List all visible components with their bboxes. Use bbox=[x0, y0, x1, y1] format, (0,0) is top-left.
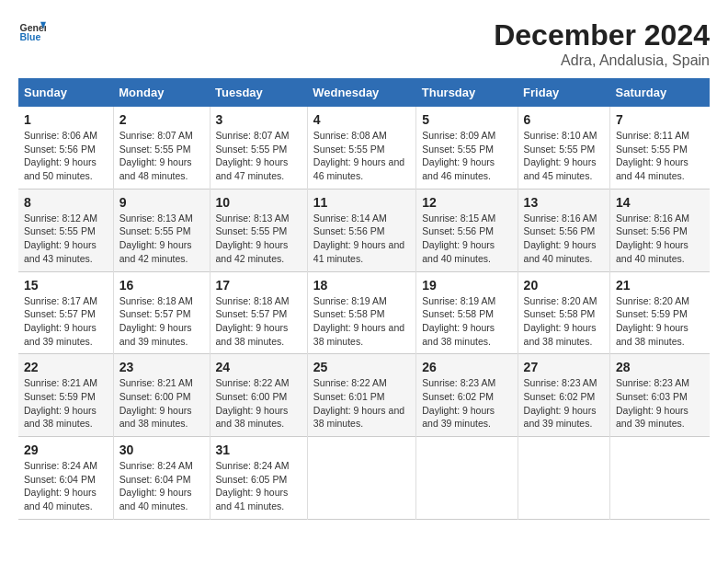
day-info: Sunrise: 8:18 AMSunset: 5:57 PMDaylight:… bbox=[216, 294, 301, 349]
day-info: Sunrise: 8:20 AMSunset: 5:59 PMDaylight:… bbox=[616, 294, 704, 349]
day-number: 15 bbox=[24, 278, 108, 293]
day-number: 5 bbox=[422, 112, 511, 127]
svg-text:Blue: Blue bbox=[20, 31, 41, 42]
header-monday: Monday bbox=[113, 78, 210, 107]
day-cell: 5Sunrise: 8:09 AMSunset: 5:55 PMDaylight… bbox=[416, 107, 518, 189]
day-cell: 3Sunrise: 8:07 AMSunset: 5:55 PMDaylight… bbox=[210, 107, 307, 189]
logo: General Blue bbox=[18, 18, 48, 46]
week-row-1: 1Sunrise: 8:06 AMSunset: 5:56 PMDaylight… bbox=[18, 107, 710, 189]
day-cell: 6Sunrise: 8:10 AMSunset: 5:55 PMDaylight… bbox=[518, 107, 609, 189]
day-info: Sunrise: 8:17 AMSunset: 5:57 PMDaylight:… bbox=[24, 294, 108, 349]
day-cell: 12Sunrise: 8:15 AMSunset: 5:56 PMDayligh… bbox=[416, 189, 518, 271]
day-cell: 9Sunrise: 8:13 AMSunset: 5:55 PMDaylight… bbox=[113, 189, 210, 271]
day-number: 30 bbox=[119, 442, 204, 457]
day-number: 6 bbox=[524, 112, 604, 127]
day-cell: 21Sunrise: 8:20 AMSunset: 5:59 PMDayligh… bbox=[610, 271, 710, 354]
day-cell: 30Sunrise: 8:24 AMSunset: 6:04 PMDayligh… bbox=[113, 437, 210, 520]
day-number: 4 bbox=[313, 112, 410, 127]
day-number: 1 bbox=[24, 112, 108, 127]
day-info: Sunrise: 8:10 AMSunset: 5:55 PMDaylight:… bbox=[524, 129, 604, 183]
day-info: Sunrise: 8:11 AMSunset: 5:55 PMDaylight:… bbox=[616, 129, 704, 183]
logo-icon: General Blue bbox=[18, 18, 46, 46]
day-info: Sunrise: 8:22 AMSunset: 6:00 PMDaylight:… bbox=[216, 376, 301, 431]
week-row-2: 8Sunrise: 8:12 AMSunset: 5:55 PMDaylight… bbox=[18, 189, 710, 271]
day-number: 24 bbox=[216, 360, 301, 374]
day-cell: 1Sunrise: 8:06 AMSunset: 5:56 PMDaylight… bbox=[18, 107, 113, 189]
day-cell: 10Sunrise: 8:13 AMSunset: 5:55 PMDayligh… bbox=[210, 189, 307, 271]
header-sunday: Sunday bbox=[18, 78, 113, 107]
day-info: Sunrise: 8:15 AMSunset: 5:56 PMDaylight:… bbox=[422, 212, 511, 266]
day-number: 7 bbox=[616, 112, 704, 127]
day-number: 25 bbox=[313, 360, 410, 374]
week-row-3: 15Sunrise: 8:17 AMSunset: 5:57 PMDayligh… bbox=[18, 271, 710, 354]
day-number: 8 bbox=[24, 195, 108, 210]
day-info: Sunrise: 8:12 AMSunset: 5:55 PMDaylight:… bbox=[24, 212, 108, 266]
day-cell: 20Sunrise: 8:20 AMSunset: 5:58 PMDayligh… bbox=[518, 271, 609, 354]
day-number: 16 bbox=[119, 278, 204, 293]
day-info: Sunrise: 8:21 AMSunset: 6:00 PMDaylight:… bbox=[119, 376, 204, 431]
day-info: Sunrise: 8:21 AMSunset: 5:59 PMDaylight:… bbox=[24, 376, 108, 431]
day-cell: 28Sunrise: 8:23 AMSunset: 6:03 PMDayligh… bbox=[610, 354, 710, 437]
day-cell: 31Sunrise: 8:24 AMSunset: 6:05 PMDayligh… bbox=[210, 437, 307, 520]
day-cell: 16Sunrise: 8:18 AMSunset: 5:57 PMDayligh… bbox=[113, 271, 210, 354]
day-cell: 26Sunrise: 8:23 AMSunset: 6:02 PMDayligh… bbox=[416, 354, 518, 437]
calendar-table: Sunday Monday Tuesday Wednesday Thursday… bbox=[18, 78, 710, 520]
day-number: 13 bbox=[524, 195, 604, 210]
header-tuesday: Tuesday bbox=[210, 78, 307, 107]
day-number: 20 bbox=[524, 278, 604, 293]
day-number: 26 bbox=[422, 360, 511, 374]
day-number: 18 bbox=[313, 278, 410, 293]
day-cell: 13Sunrise: 8:16 AMSunset: 5:56 PMDayligh… bbox=[518, 189, 609, 271]
day-number: 9 bbox=[119, 195, 204, 210]
day-info: Sunrise: 8:20 AMSunset: 5:58 PMDaylight:… bbox=[524, 294, 604, 349]
header-row: Sunday Monday Tuesday Wednesday Thursday… bbox=[18, 78, 710, 107]
day-info: Sunrise: 8:24 AMSunset: 6:05 PMDaylight:… bbox=[216, 459, 301, 513]
day-cell: 11Sunrise: 8:14 AMSunset: 5:56 PMDayligh… bbox=[307, 189, 415, 271]
day-cell: 17Sunrise: 8:18 AMSunset: 5:57 PMDayligh… bbox=[210, 271, 307, 354]
day-info: Sunrise: 8:16 AMSunset: 5:56 PMDaylight:… bbox=[616, 212, 704, 266]
day-info: Sunrise: 8:07 AMSunset: 5:55 PMDaylight:… bbox=[216, 129, 301, 183]
day-cell bbox=[416, 437, 518, 520]
day-cell: 24Sunrise: 8:22 AMSunset: 6:00 PMDayligh… bbox=[210, 354, 307, 437]
calendar-body: 1Sunrise: 8:06 AMSunset: 5:56 PMDaylight… bbox=[18, 107, 710, 519]
day-info: Sunrise: 8:24 AMSunset: 6:04 PMDaylight:… bbox=[24, 459, 108, 513]
day-cell: 23Sunrise: 8:21 AMSunset: 6:00 PMDayligh… bbox=[113, 354, 210, 437]
day-cell: 14Sunrise: 8:16 AMSunset: 5:56 PMDayligh… bbox=[610, 189, 710, 271]
day-info: Sunrise: 8:06 AMSunset: 5:56 PMDaylight:… bbox=[24, 129, 108, 183]
day-info: Sunrise: 8:08 AMSunset: 5:55 PMDaylight:… bbox=[313, 129, 410, 183]
day-info: Sunrise: 8:23 AMSunset: 6:02 PMDaylight:… bbox=[422, 376, 511, 431]
day-cell bbox=[307, 437, 415, 520]
day-number: 12 bbox=[422, 195, 511, 210]
day-info: Sunrise: 8:23 AMSunset: 6:02 PMDaylight:… bbox=[524, 376, 604, 431]
header-wednesday: Wednesday bbox=[307, 78, 415, 107]
day-info: Sunrise: 8:16 AMSunset: 5:56 PMDaylight:… bbox=[524, 212, 604, 266]
day-info: Sunrise: 8:13 AMSunset: 5:55 PMDaylight:… bbox=[216, 212, 301, 266]
week-row-4: 22Sunrise: 8:21 AMSunset: 5:59 PMDayligh… bbox=[18, 354, 710, 437]
day-cell: 15Sunrise: 8:17 AMSunset: 5:57 PMDayligh… bbox=[18, 271, 113, 354]
day-number: 29 bbox=[24, 442, 108, 457]
day-number: 19 bbox=[422, 278, 511, 293]
day-cell: 18Sunrise: 8:19 AMSunset: 5:58 PMDayligh… bbox=[307, 271, 415, 354]
day-info: Sunrise: 8:24 AMSunset: 6:04 PMDaylight:… bbox=[119, 459, 204, 513]
day-number: 11 bbox=[313, 195, 410, 210]
header-saturday: Saturday bbox=[610, 78, 710, 107]
week-row-5: 29Sunrise: 8:24 AMSunset: 6:04 PMDayligh… bbox=[18, 437, 710, 520]
day-cell bbox=[610, 437, 710, 520]
day-cell: 29Sunrise: 8:24 AMSunset: 6:04 PMDayligh… bbox=[18, 437, 113, 520]
day-info: Sunrise: 8:14 AMSunset: 5:56 PMDaylight:… bbox=[313, 212, 410, 266]
day-cell: 7Sunrise: 8:11 AMSunset: 5:55 PMDaylight… bbox=[610, 107, 710, 189]
day-number: 3 bbox=[216, 112, 301, 127]
day-number: 21 bbox=[616, 278, 704, 293]
day-cell: 27Sunrise: 8:23 AMSunset: 6:02 PMDayligh… bbox=[518, 354, 609, 437]
day-cell: 4Sunrise: 8:08 AMSunset: 5:55 PMDaylight… bbox=[307, 107, 415, 189]
day-number: 31 bbox=[216, 442, 301, 457]
day-cell: 19Sunrise: 8:19 AMSunset: 5:58 PMDayligh… bbox=[416, 271, 518, 354]
header-friday: Friday bbox=[518, 78, 609, 107]
day-cell: 25Sunrise: 8:22 AMSunset: 6:01 PMDayligh… bbox=[307, 354, 415, 437]
calendar-header: Sunday Monday Tuesday Wednesday Thursday… bbox=[18, 78, 710, 107]
day-info: Sunrise: 8:09 AMSunset: 5:55 PMDaylight:… bbox=[422, 129, 511, 183]
day-info: Sunrise: 8:22 AMSunset: 6:01 PMDaylight:… bbox=[313, 376, 410, 431]
calendar-subtitle: Adra, Andalusia, Spain bbox=[494, 52, 710, 69]
title-section: December 2024 Adra, Andalusia, Spain bbox=[494, 18, 710, 69]
day-number: 14 bbox=[616, 195, 704, 210]
